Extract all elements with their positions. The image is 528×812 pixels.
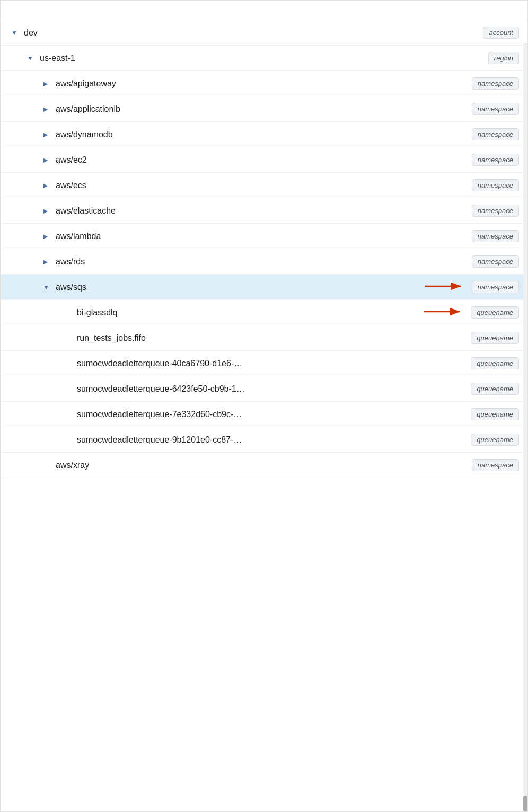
arrow-icon-bi-glassdlq	[424, 306, 467, 319]
toggle-icon-rds[interactable]: ▶	[43, 258, 50, 266]
badge-bi-glassdlq: queuename	[471, 306, 519, 319]
badge-apigateway: namespace	[472, 77, 519, 90]
tree-row-sqs[interactable]: ▼aws/sqs namespace	[1, 275, 527, 300]
row-label-apigateway: aws/apigateway	[56, 79, 116, 89]
row-label-bi-glassdlq: bi-glassdlq	[77, 308, 117, 317]
row-label-sumocw3: sumocwdeadletterqueue-7e332d60-cb9c-…	[77, 410, 242, 419]
badge-sumocw3: queuename	[471, 408, 519, 420]
row-label-dynamodb: aws/dynamodb	[56, 130, 113, 139]
tree-row-applicationlb[interactable]: ▶aws/applicationlbnamespace	[1, 96, 527, 122]
badge-sqs: namespace	[472, 281, 519, 293]
tree-row-rds[interactable]: ▶aws/rdsnamespace	[1, 249, 527, 275]
tree-row-sumocw1[interactable]: sumocwdeadletterqueue-40ca6790-d1e6-…que…	[1, 351, 527, 376]
tree-row-lambda[interactable]: ▶aws/lambdanamespace	[1, 224, 527, 249]
tree-row-run_tests_jobs[interactable]: run_tests_jobs.fifoqueuename	[1, 325, 527, 351]
tree-row-ecs[interactable]: ▶aws/ecsnamespace	[1, 173, 527, 198]
row-label-applicationlb: aws/applicationlb	[56, 104, 120, 114]
tree-row-sumocw3[interactable]: sumocwdeadletterqueue-7e332d60-cb9c-…que…	[1, 402, 527, 427]
tree-container: ▼devaccount▼us-east-1region▶aws/apigatew…	[1, 20, 527, 478]
scrollbar-thumb[interactable]	[523, 796, 527, 811]
row-label-sumocw2: sumocwdeadletterqueue-6423fe50-cb9b-1…	[77, 384, 245, 394]
badge-xray: namespace	[472, 459, 519, 471]
badge-us-east-1: region	[488, 52, 519, 64]
badge-rds: namespace	[472, 255, 519, 268]
tree-row-bi-glassdlq[interactable]: bi-glassdlq queuename	[1, 300, 527, 325]
badge-sumocw1: queuename	[471, 357, 519, 369]
toggle-icon-sqs[interactable]: ▼	[43, 284, 50, 291]
toggle-icon-us-east-1[interactable]: ▼	[27, 55, 34, 62]
badge-sumocw2: queuename	[471, 383, 519, 395]
row-label-sqs: aws/sqs	[56, 283, 86, 292]
row-label-sumocw1: sumocwdeadletterqueue-40ca6790-d1e6-…	[77, 359, 242, 368]
toggle-icon-applicationlb[interactable]: ▶	[43, 105, 50, 113]
toggle-icon-lambda[interactable]: ▶	[43, 233, 50, 240]
row-label-ecs: aws/ecs	[56, 181, 86, 190]
toggle-icon-ecs[interactable]: ▶	[43, 182, 50, 189]
badge-ecs: namespace	[472, 179, 519, 191]
badge-sumocw4: queuename	[471, 434, 519, 446]
row-label-ec2: aws/ec2	[56, 155, 87, 165]
row-label-rds: aws/rds	[56, 257, 85, 267]
toggle-icon-dynamodb[interactable]: ▶	[43, 131, 50, 138]
badge-applicationlb: namespace	[472, 103, 519, 115]
tree-row-sumocw2[interactable]: sumocwdeadletterqueue-6423fe50-cb9b-1…qu…	[1, 376, 527, 402]
row-label-lambda: aws/lambda	[56, 232, 101, 241]
tree-row-dev[interactable]: ▼devaccount	[1, 20, 527, 46]
badge-run_tests_jobs: queuename	[471, 332, 519, 344]
tree-row-xray[interactable]: aws/xraynamespace	[1, 453, 527, 478]
tree-row-ec2[interactable]: ▶aws/ec2namespace	[1, 147, 527, 173]
toggle-icon-dev[interactable]: ▼	[11, 29, 19, 37]
row-label-xray: aws/xray	[56, 461, 89, 470]
badge-dev: account	[483, 27, 519, 39]
toggle-icon-elasticache[interactable]: ▶	[43, 207, 50, 215]
row-label-sumocw4: sumocwdeadletterqueue-9b1201e0-cc87-…	[77, 435, 242, 445]
tree-row-apigateway[interactable]: ▶aws/apigatewaynamespace	[1, 71, 527, 96]
badge-dynamodb: namespace	[472, 128, 519, 140]
badge-ec2: namespace	[472, 154, 519, 166]
tree-row-sumocw4[interactable]: sumocwdeadletterqueue-9b1201e0-cc87-…que…	[1, 427, 527, 453]
toggle-icon-apigateway[interactable]: ▶	[43, 80, 50, 87]
badge-elasticache: namespace	[472, 205, 519, 217]
tree-row-dynamodb[interactable]: ▶aws/dynamodbnamespace	[1, 122, 527, 147]
row-label-elasticache: aws/elasticache	[56, 206, 116, 216]
scrollbar[interactable]	[523, 43, 527, 811]
tree-row-us-east-1[interactable]: ▼us-east-1region	[1, 46, 527, 71]
row-label-run_tests_jobs: run_tests_jobs.fifo	[77, 333, 146, 343]
toggle-icon-ec2[interactable]: ▶	[43, 156, 50, 164]
tree-row-elasticache[interactable]: ▶aws/elasticachenamespace	[1, 198, 527, 224]
row-label-dev: dev	[24, 28, 38, 38]
header	[1, 1, 527, 20]
main-container: ▼devaccount▼us-east-1region▶aws/apigatew…	[0, 0, 528, 812]
arrow-icon-sqs	[425, 281, 468, 294]
row-label-us-east-1: us-east-1	[40, 54, 75, 63]
badge-lambda: namespace	[472, 230, 519, 242]
